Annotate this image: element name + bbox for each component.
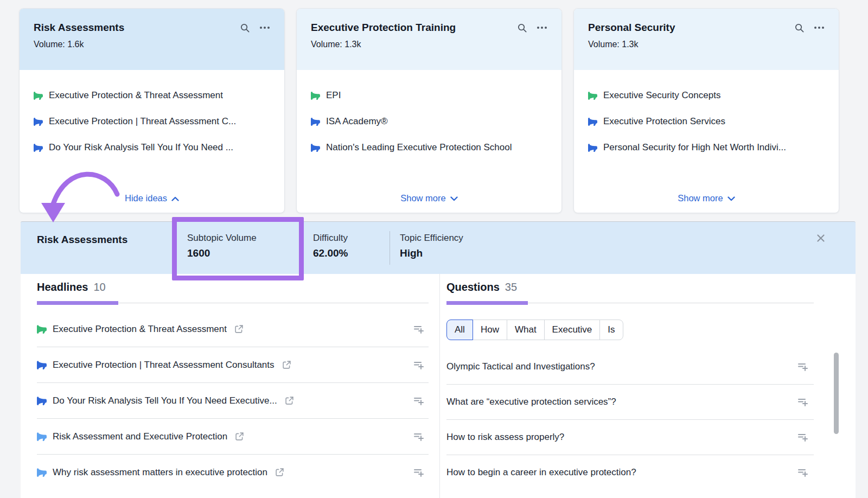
idea-label: Executive Security Concepts — [603, 90, 720, 101]
headlines-title: Headlines — [37, 281, 88, 293]
table-row: Olympic Tactical and Investigations? — [446, 349, 814, 384]
headlines-count: 10 — [93, 281, 105, 293]
close-icon[interactable] — [814, 232, 827, 246]
external-link-icon[interactable] — [235, 432, 244, 441]
megaphone-icon — [34, 117, 43, 126]
card-volume: Volume: 1.6k — [34, 40, 270, 49]
detail-summary-bar: Risk Assessments Subtopic Volume 1600 Di… — [21, 221, 856, 274]
card-volume: Volume: 1.3k — [588, 40, 825, 49]
megaphone-icon — [37, 432, 47, 442]
questions-list: Olympic Tactical and Investigations? Wha… — [446, 349, 814, 490]
table-row: Executive Protection | Threat Assessment… — [37, 347, 429, 382]
card-idea-list: EPI ISA Academy® Nation's Leading Execut… — [297, 70, 561, 153]
megaphone-icon — [37, 360, 47, 370]
add-to-list-icon[interactable] — [797, 362, 808, 372]
question-label: How to begin a career in executive prote… — [446, 467, 636, 478]
headline-label: Do Your Risk Analysis Tell You If You Ne… — [53, 395, 277, 406]
list-item: Do Your Risk Analysis Tell You If You Ne… — [34, 142, 270, 153]
megaphone-icon — [311, 91, 320, 100]
question-filter-group: All How What Executive Is — [446, 320, 623, 340]
list-item: EPI — [311, 90, 547, 101]
filter-how[interactable]: How — [473, 320, 507, 340]
external-link-icon[interactable] — [234, 324, 244, 334]
idea-label: Executive Protection Services — [603, 116, 725, 127]
megaphone-icon — [588, 143, 597, 152]
headlines-list: Executive Protection & Threat Assessment… — [37, 311, 429, 490]
external-link-icon[interactable] — [275, 468, 284, 477]
filter-all[interactable]: All — [446, 320, 473, 340]
add-to-list-icon[interactable] — [413, 468, 424, 477]
question-label: Olympic Tactical and Investigations? — [446, 361, 595, 372]
topic-card-risk-assessments: Risk Assessments Volume: 1.6k Execu — [19, 8, 285, 213]
card-header: Executive Protection Training Volume: 1.… — [297, 9, 561, 70]
headlines-section: Headlines 10 Executive Protection & Thre… — [37, 274, 429, 490]
table-row: What are “executive protection services”… — [446, 384, 814, 419]
purple-underline — [37, 301, 118, 305]
show-more-link[interactable]: Show more — [397, 193, 461, 204]
topic-detail-panel: Risk Assessments Subtopic Volume 1600 Di… — [21, 221, 856, 498]
list-item: ISA Academy® — [311, 116, 547, 127]
list-item: Personal Security for High Net Worth Ind… — [588, 142, 825, 153]
headline-label: Risk Assessment and Executive Protection — [53, 431, 227, 442]
idea-label: EPI — [326, 90, 341, 101]
card-header: Personal Security Volume: 1.3k — [574, 9, 839, 70]
list-item: Executive Protection | Threat Assessment… — [34, 116, 270, 127]
add-to-list-icon[interactable] — [797, 468, 808, 477]
add-to-list-icon[interactable] — [413, 360, 424, 370]
topic-cards-row: Risk Assessments Volume: 1.6k Execu — [19, 8, 839, 213]
external-link-icon[interactable] — [282, 360, 291, 369]
topic-research-page: Risk Assessments Volume: 1.6k Execu — [0, 0, 868, 498]
card-header: Risk Assessments Volume: 1.6k — [20, 9, 284, 70]
list-item: Nation's Leading Executive Protection Sc… — [311, 142, 547, 153]
filter-is[interactable]: Is — [599, 320, 623, 340]
divider — [390, 231, 390, 265]
external-link-icon[interactable] — [285, 396, 294, 405]
card-title: Personal Security — [588, 22, 675, 34]
filter-what[interactable]: What — [507, 320, 545, 340]
card-volume: Volume: 1.3k — [311, 40, 547, 49]
column-divider — [439, 274, 440, 498]
add-to-list-icon[interactable] — [797, 432, 808, 442]
card-idea-list: Executive Protection & Threat Assessment… — [20, 70, 284, 153]
section-rule — [37, 301, 429, 305]
add-to-list-icon[interactable] — [413, 432, 424, 442]
idea-label: Executive Protection | Threat Assessment… — [49, 116, 236, 127]
megaphone-icon — [37, 468, 47, 477]
question-label: What are “executive protection services”… — [446, 397, 616, 407]
hide-ideas-link[interactable]: Hide ideas — [122, 193, 182, 204]
table-row: How to begin a career in executive prote… — [446, 455, 814, 490]
card-title: Risk Assessments — [34, 22, 124, 34]
list-item: Executive Protection Services — [588, 116, 825, 127]
list-item: Executive Protection & Threat Assessment — [34, 90, 270, 101]
search-icon[interactable] — [517, 23, 527, 33]
chevron-down-icon — [727, 193, 735, 203]
table-row: How to risk assess properly? — [446, 419, 814, 455]
card-title: Executive Protection Training — [311, 22, 456, 34]
detail-columns: Headlines 10 Executive Protection & Thre… — [21, 274, 856, 498]
search-icon[interactable] — [240, 23, 250, 33]
show-more-link[interactable]: Show more — [674, 193, 738, 204]
filter-executive[interactable]: Executive — [544, 320, 601, 340]
megaphone-icon — [37, 324, 47, 334]
add-to-list-icon[interactable] — [413, 324, 424, 334]
idea-label: Nation's Leading Executive Protection Sc… — [326, 142, 512, 153]
search-icon[interactable] — [794, 23, 805, 33]
idea-label: Personal Security for High Net Worth Ind… — [603, 142, 786, 153]
list-item: Executive Security Concepts — [588, 90, 825, 101]
add-to-list-icon[interactable] — [413, 396, 424, 406]
more-options-icon[interactable] — [814, 26, 825, 29]
detail-title: Risk Assessments — [37, 234, 127, 246]
questions-scrollbar[interactable] — [834, 353, 839, 434]
add-to-list-icon[interactable] — [797, 397, 808, 407]
more-options-icon[interactable] — [259, 26, 270, 29]
idea-label: Executive Protection & Threat Assessment — [49, 90, 223, 101]
questions-title: Questions — [446, 281, 500, 293]
headline-label: Executive Protection | Threat Assessment… — [53, 360, 275, 371]
stat-topic-efficiency: Topic Efficiency High — [400, 233, 463, 259]
section-rule — [446, 301, 814, 305]
questions-count: 35 — [505, 281, 517, 293]
megaphone-icon — [311, 143, 320, 152]
more-options-icon[interactable] — [537, 26, 547, 29]
headline-label: Executive Protection & Threat Assessment — [53, 324, 227, 335]
stat-subtopic-volume: Subtopic Volume 1600 — [187, 233, 257, 259]
